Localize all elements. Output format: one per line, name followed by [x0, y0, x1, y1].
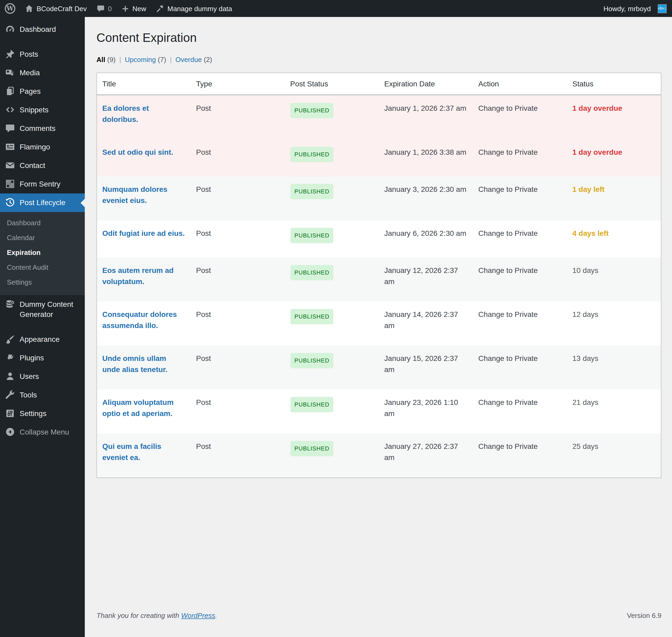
submenu-item-expiration[interactable]: Expiration [0, 245, 85, 260]
manage-dummy-data-button[interactable]: Manage dummy data [151, 0, 237, 17]
sidebar-item-comments[interactable]: Comments [0, 119, 85, 138]
sidebar-item-label: Settings [20, 408, 47, 419]
collapse-icon [5, 426, 15, 437]
cell-title: Unde omnis ullam unde alias tenetur. [97, 346, 191, 389]
cell-post-status: PUBLISHED [285, 434, 379, 478]
sidebar-item-media[interactable]: Media [0, 63, 85, 82]
cell-status: 1 day left [567, 177, 661, 220]
cell-post-status: PUBLISHED [285, 258, 379, 302]
list-filters: All (9)|Upcoming (7)|Overdue (2) [96, 56, 661, 63]
filter-upcoming-link[interactable]: Upcoming [125, 56, 156, 63]
cell-expiration-date: January 15, 2026 2:37 am [379, 346, 473, 389]
post-title-link[interactable]: Unde omnis ullam unde alias tenetur. [102, 354, 167, 374]
filter-overdue: Overdue (2) [176, 56, 212, 63]
column-header-type: Type [191, 73, 285, 95]
sidebar-item-users[interactable]: Users [0, 367, 85, 386]
cell-type: Post [191, 220, 285, 258]
table-row: Sed ut odio qui sint.PostPUBLISHEDJanuar… [97, 139, 661, 177]
cell-type: Post [191, 389, 285, 434]
cell-type: Post [191, 258, 285, 302]
post-title-link[interactable]: Qui eum a facilis eveniet ea. [102, 442, 161, 461]
post-title-link[interactable]: Numquam dolores eveniet eius. [102, 185, 167, 204]
cell-title: Sed ut odio qui sint. [97, 139, 191, 177]
comment-bubble-icon [96, 4, 105, 13]
sidebar-item-post-lifecycle[interactable]: Post Lifecycle [0, 194, 85, 212]
clock-history-icon [5, 197, 15, 208]
post-title-link[interactable]: Aliquam voluptatum optio et ad aperiam. [102, 398, 174, 418]
sidebar-item-pages[interactable]: Pages [0, 82, 85, 101]
pushpin-icon [5, 49, 15, 59]
cell-title: Ea dolores et doloribus. [97, 95, 191, 139]
cell-post-status: PUBLISHED [285, 346, 379, 389]
cell-action: Change to Private [473, 258, 567, 302]
column-header-post-status: Post Status [285, 73, 379, 95]
new-content-button[interactable]: New [116, 0, 151, 17]
cell-expiration-date: January 27, 2026 2:37 am [379, 434, 473, 478]
table-row: Consequatur dolores assumenda illo.PostP… [97, 302, 661, 346]
sidebar-item-dummy-content-generator[interactable]: Dummy Content Generator [0, 295, 85, 324]
sidebar-item-dashboard[interactable]: Dashboard [0, 20, 85, 39]
submenu-item-calendar[interactable]: Calendar [0, 231, 85, 245]
post-title-link[interactable]: Sed ut odio qui sint. [102, 148, 173, 156]
post-title-link[interactable]: Eos autem rerum ad voluptatum. [102, 266, 174, 286]
cell-action: Change to Private [473, 177, 567, 220]
sidebar-item-form-sentry[interactable]: Form Sentry [0, 175, 85, 194]
published-badge: PUBLISHED [290, 147, 333, 162]
code-icon [5, 104, 15, 115]
submenu-item-content-audit[interactable]: Content Audit [0, 260, 85, 275]
sidebar-item-settings[interactable]: Settings [0, 404, 85, 423]
filter-count: (2) [204, 56, 212, 63]
sidebar-item-label: Appearance [20, 334, 60, 344]
wordpress-admin: W BCodeCraft Dev 0 New [0, 0, 672, 637]
wordpress-link[interactable]: WordPress [181, 612, 215, 619]
comments-bubble-link[interactable]: 0 [91, 0, 116, 17]
page-title: Content Expiration [96, 30, 661, 46]
sidebar-item-label: Dashboard [20, 24, 56, 34]
sidebar-item-tools[interactable]: Tools [0, 386, 85, 404]
status-text: 1 day overdue [573, 104, 622, 112]
cell-title: Consequatur dolores assumenda illo. [97, 302, 191, 346]
filter-overdue-link[interactable]: Overdue [176, 56, 202, 63]
sidebar-item-posts[interactable]: Posts [0, 45, 85, 63]
cell-title: Aliquam voluptatum optio et ad aperiam. [97, 389, 191, 434]
cell-expiration-date: January 1, 2026 3:38 am [379, 139, 473, 177]
submenu-item-settings[interactable]: Settings [0, 275, 85, 290]
cell-action: Change to Private [473, 95, 567, 139]
status-text: 12 days [573, 310, 598, 318]
column-header-action: Action [473, 73, 567, 95]
filter-all-link[interactable]: All [96, 56, 105, 63]
wordpress-logo-button[interactable]: W [0, 0, 20, 17]
database-check-icon [5, 299, 15, 309]
submenu-item-dashboard[interactable]: Dashboard [0, 216, 85, 231]
filter-separator: | [119, 56, 121, 63]
sidebar-item-snippets[interactable]: Snippets [0, 101, 85, 119]
filter-separator: | [170, 56, 172, 63]
sidebar-item-appearance[interactable]: Appearance [0, 330, 85, 349]
cell-expiration-date: January 12, 2026 2:37 am [379, 258, 473, 302]
sidebar-item-contact[interactable]: Contact [0, 156, 85, 175]
sidebar-item-collapse-menu[interactable]: Collapse Menu [0, 423, 85, 441]
dashboard-icon [5, 24, 15, 34]
account-menu[interactable]: Howdy, mrboyd <b>; [599, 0, 667, 17]
post-title-link[interactable]: Ea dolores et doloribus. [102, 104, 149, 124]
post-title-link[interactable]: Consequatur dolores assumenda illo. [102, 310, 177, 330]
admin-menu: DashboardPostsMediaPagesSnippetsComments… [0, 20, 85, 441]
table-row: Ea dolores et doloribus.PostPUBLISHEDJan… [97, 95, 661, 139]
filter-count: (7) [158, 56, 166, 63]
cell-expiration-date: January 6, 2026 2:30 am [379, 220, 473, 258]
site-name-link[interactable]: BCodeCraft Dev [20, 0, 91, 17]
sidebar-item-label: Tools [20, 390, 37, 400]
table-row: Odit fugiat iure ad eius.PostPUBLISHEDJa… [97, 220, 661, 258]
grid-icon [5, 179, 15, 189]
sidebar-item-label: Plugins [20, 353, 44, 363]
sidebar-item-flamingo[interactable]: Flamingo [0, 138, 85, 156]
sidebar-item-label: Form Sentry [20, 179, 60, 189]
column-header-title: Title [97, 73, 191, 95]
avatar: <b>; [658, 4, 667, 13]
column-header-status: Status [567, 73, 661, 95]
cell-type: Post [191, 139, 285, 177]
post-title-link[interactable]: Odit fugiat iure ad eius. [102, 229, 185, 237]
footer-thanks-suffix: . [215, 612, 217, 619]
cell-post-status: PUBLISHED [285, 177, 379, 220]
sidebar-item-plugins[interactable]: Plugins [0, 349, 85, 367]
